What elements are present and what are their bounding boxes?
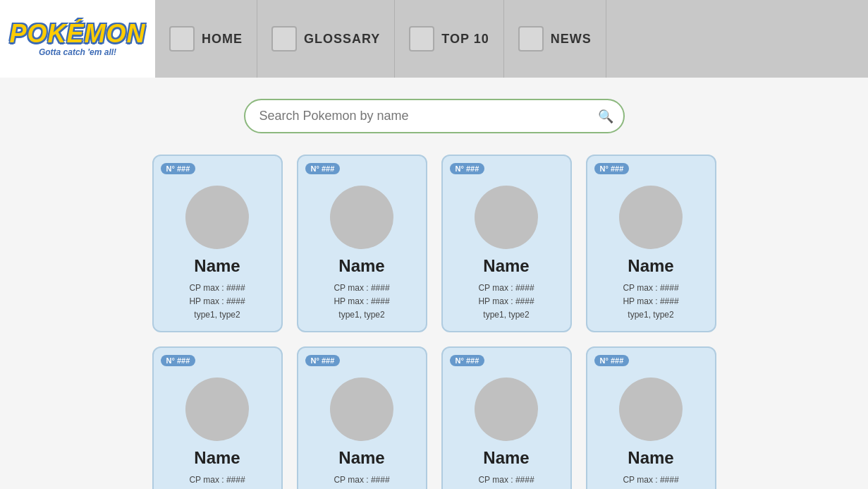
card-image	[185, 378, 249, 441]
logo-area: POKÉMON Gotta catch 'em all!	[0, 0, 155, 78]
card-badge: N° ###	[161, 163, 196, 174]
card-stats: CP max : #### HP max : #### type1, type2	[162, 473, 273, 489]
card-types: type1, type2	[162, 308, 273, 322]
card-name: Name	[162, 256, 273, 276]
card-cp: CP max : ####	[162, 473, 273, 487]
card-image	[619, 186, 683, 249]
card-hp: HP max : ####	[307, 295, 417, 308]
card-cp: CP max : ####	[451, 282, 562, 295]
pokemon-card-8[interactable]: N° ### Name CP max : #### HP max : #### …	[586, 346, 716, 489]
nav-item-glossary[interactable]: GLOSSARY	[257, 0, 395, 78]
top10-nav-icon	[409, 26, 434, 52]
main-nav: HOME GLOSSARY TOP 10 NEWS	[155, 0, 868, 78]
pokemon-card-6[interactable]: N° ### Name CP max : #### HP max : #### …	[297, 346, 427, 489]
card-stats: CP max : #### HP max : #### type1, type2	[451, 282, 562, 322]
card-stats: CP max : #### HP max : #### type1, type2	[596, 282, 707, 322]
search-wrapper: 🔍	[244, 99, 625, 133]
card-types: type1, type2	[307, 308, 417, 322]
card-badge: N° ###	[450, 163, 485, 174]
card-types: type1, type2	[596, 308, 707, 322]
cards-row-1: N° ### Name CP max : #### HP max : #### …	[141, 155, 727, 332]
nav-item-top10[interactable]: TOP 10	[395, 0, 503, 78]
card-image	[185, 186, 249, 249]
card-hp: HP max : ####	[162, 295, 273, 308]
card-name: Name	[451, 448, 562, 468]
glossary-nav-icon	[271, 26, 297, 52]
card-hp: HP max : ####	[451, 295, 562, 308]
card-name: Name	[162, 448, 273, 468]
card-name: Name	[307, 448, 417, 468]
card-image	[619, 378, 683, 441]
news-nav-icon	[518, 26, 544, 52]
card-name: Name	[596, 448, 707, 468]
nav-item-home[interactable]: HOME	[155, 0, 257, 78]
card-badge: N° ###	[450, 355, 485, 366]
card-name: Name	[451, 256, 562, 276]
card-cp: CP max : ####	[162, 282, 273, 295]
card-types: type1, type2	[451, 308, 562, 322]
card-hp: HP max : ####	[596, 295, 707, 308]
card-cp: CP max : ####	[451, 473, 562, 487]
card-cp: CP max : ####	[307, 473, 417, 487]
card-stats: CP max : #### HP max : #### type1, type2	[451, 473, 562, 489]
card-image	[330, 378, 393, 441]
nav-label-glossary: GLOSSARY	[304, 32, 380, 47]
page-header: POKÉMON Gotta catch 'em all! HOME GLOSSA…	[0, 0, 868, 78]
nav-label-news: NEWS	[551, 32, 592, 47]
card-image	[475, 186, 538, 249]
card-stats: CP max : #### HP max : #### type1, type2	[162, 282, 273, 322]
card-cp: CP max : ####	[596, 282, 707, 295]
pokemon-card-7[interactable]: N° ### Name CP max : #### HP max : #### …	[441, 346, 572, 489]
pokemon-card-4[interactable]: N° ### Name CP max : #### HP max : #### …	[586, 155, 716, 332]
card-name: Name	[596, 256, 707, 276]
card-image	[475, 378, 538, 441]
pokemon-card-3[interactable]: N° ### Name CP max : #### HP max : #### …	[441, 155, 572, 332]
logo-title: POKÉMON	[9, 21, 145, 47]
card-name: Name	[307, 256, 417, 276]
nav-label-home: HOME	[202, 32, 243, 47]
search-input[interactable]	[244, 99, 625, 133]
pokemon-card-2[interactable]: N° ### Name CP max : #### HP max : #### …	[297, 155, 427, 332]
card-stats: CP max : #### HP max : #### type1, type2	[307, 282, 417, 322]
pokemon-card-5[interactable]: N° ### Name CP max : #### HP max : #### …	[152, 346, 283, 489]
card-badge: N° ###	[594, 163, 630, 174]
card-stats: CP max : #### HP max : #### type1, type2	[307, 473, 417, 489]
card-badge: N° ###	[161, 355, 196, 366]
home-nav-icon	[169, 26, 195, 52]
pokemon-card-1[interactable]: N° ### Name CP max : #### HP max : #### …	[152, 155, 283, 332]
cards-row-2: N° ### Name CP max : #### HP max : #### …	[141, 346, 727, 489]
card-badge: N° ###	[594, 355, 630, 366]
card-badge: N° ###	[305, 355, 341, 366]
search-icon: 🔍	[598, 109, 613, 124]
nav-item-news[interactable]: NEWS	[504, 0, 606, 78]
logo-subtitle: Gotta catch 'em all!	[9, 48, 145, 56]
card-stats: CP max : #### HP max : #### type1, type2	[596, 473, 707, 489]
logo: POKÉMON Gotta catch 'em all!	[9, 21, 145, 56]
search-area: 🔍	[0, 78, 868, 147]
card-cp: CP max : ####	[596, 473, 707, 487]
card-image	[330, 186, 393, 249]
nav-label-top10: TOP 10	[441, 32, 489, 47]
cards-grid: N° ### Name CP max : #### HP max : #### …	[0, 147, 868, 489]
card-cp: CP max : ####	[307, 282, 417, 295]
card-badge: N° ###	[305, 163, 341, 174]
